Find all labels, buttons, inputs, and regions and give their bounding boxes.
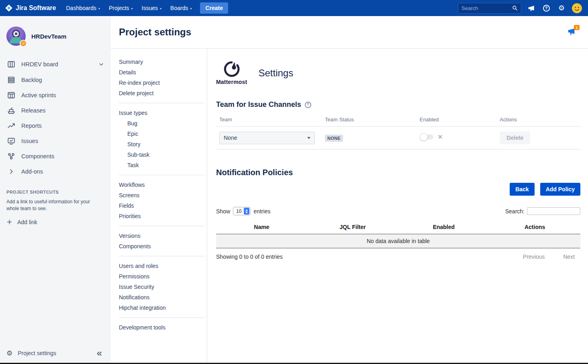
feedback-megaphone-icon[interactable] <box>525 2 537 14</box>
settings-nav-permissions[interactable]: Permissions <box>111 271 207 282</box>
settings-nav-subtask[interactable]: Sub-task <box>111 149 207 160</box>
project-avatar[interactable]: ‹› <box>6 27 26 46</box>
shortcuts-hint: Add a link to useful information for you… <box>6 198 99 213</box>
col-team-status: Team Status <box>322 113 416 127</box>
project-settings-link[interactable]: Project settings <box>18 350 91 356</box>
settings-nav-issue-types[interactable]: Issue types <box>111 108 207 118</box>
policies-table: Name JQL Filter Enabled Actions No data … <box>216 220 580 248</box>
help-icon[interactable]: ? <box>305 102 311 108</box>
nav-boards[interactable]: Boards▾ <box>166 0 196 16</box>
sidebar-item-active-sprints[interactable]: Active sprints <box>0 88 111 103</box>
plus-icon <box>6 219 12 225</box>
settings-gear-icon[interactable]: ⚙ <box>556 2 567 14</box>
settings-nav-epic[interactable]: Epic <box>111 129 207 139</box>
col-name: Name <box>216 220 307 234</box>
project-settings-gear-icon: ⚙ <box>6 350 12 357</box>
avatar-badge-icon: ‹› <box>20 40 27 47</box>
page-size-select[interactable]: 10 <box>233 207 251 215</box>
nav-issues[interactable]: Issues▾ <box>137 0 166 16</box>
settings-nav-priorities[interactable]: Priorities <box>111 211 207 221</box>
settings-nav-workflows[interactable]: Workflows <box>111 180 207 190</box>
nav-projects[interactable]: Projects▾ <box>104 0 137 16</box>
team-channels-table: Team Team Status Enabled Actions None <box>216 113 580 149</box>
chart-icon <box>6 121 16 131</box>
sidebar-item-backlog[interactable]: Backlog <box>0 72 111 88</box>
project-shortcuts: PROJECT SHORTCUTS Add a link to useful i… <box>0 179 111 225</box>
top-navigation: Jira Software Dashboards▾ Projects▾ Issu… <box>0 0 588 16</box>
mattermost-logo-icon <box>223 61 240 78</box>
team-channels-heading: Team for Issue Channels <box>216 100 301 109</box>
ship-icon <box>6 106 16 115</box>
help-icon[interactable]: ? <box>541 2 552 14</box>
col-team: Team <box>216 113 322 127</box>
settings-nav-fields[interactable]: Fields <box>111 200 207 211</box>
mattermost-wordmark: Mattermost <box>216 79 247 85</box>
team-select-dropdown[interactable]: None <box>219 132 315 144</box>
empty-message: No data available in table <box>216 234 580 248</box>
settings-nav-details[interactable]: Details <box>111 67 207 78</box>
issues-icon <box>6 136 16 146</box>
next-page-button[interactable]: Next <box>563 254 575 260</box>
add-link-button[interactable]: Add link <box>6 219 104 225</box>
settings-nav-versions[interactable]: Versions <box>111 231 207 241</box>
create-button[interactable]: Create <box>200 2 228 14</box>
search-icon[interactable] <box>512 5 518 11</box>
col-actions: Actions <box>496 113 580 127</box>
user-avatar[interactable] <box>571 2 582 14</box>
settings-nav-components[interactable]: Components <box>111 241 207 252</box>
policies-search-input[interactable] <box>527 207 580 215</box>
show-label: Show <box>216 208 230 215</box>
settings-nav-bug[interactable]: Bug <box>111 118 207 129</box>
search-label: Search: <box>505 208 525 215</box>
brand-label: Jira Software <box>16 4 56 12</box>
settings-nav-hipchat[interactable]: Hipchat integration <box>111 303 207 313</box>
sidebar-footer: ⚙ Project settings « <box>0 342 111 364</box>
delete-button[interactable]: Delete <box>500 131 530 144</box>
notification-policies-heading: Notification Policies <box>216 168 580 177</box>
settings-nav-issue-security[interactable]: Issue Security <box>111 282 207 292</box>
plugin-settings-panel: Mattermost Settings Team for Issue Chann… <box>207 49 588 364</box>
sprints-icon <box>6 90 16 100</box>
chevron-down-icon: ▾ <box>190 7 192 10</box>
notification-badge: 1 <box>574 25 580 30</box>
divider <box>119 175 205 175</box>
col-enabled: Enabled <box>416 113 497 127</box>
settings-nav-task[interactable]: Task <box>111 160 207 170</box>
add-policy-button[interactable]: Add Policy <box>540 183 580 196</box>
entries-label: entries <box>253 208 270 215</box>
enabled-toggle[interactable] <box>420 133 434 141</box>
previous-page-button[interactable]: Previous <box>523 254 545 260</box>
datatable-footer: Showing 0 to 0 of 0 entries Previous Nex… <box>216 254 580 260</box>
divider <box>119 317 205 318</box>
sidebar-item-issues[interactable]: Issues <box>0 133 111 149</box>
stepper-icon <box>244 208 249 215</box>
settings-nav-dev-tools[interactable]: Development tools <box>111 322 207 333</box>
chevron-down-icon: ▾ <box>131 7 133 10</box>
sidebar-item-reports[interactable]: Reports <box>0 118 111 133</box>
back-button[interactable]: Back <box>510 183 534 196</box>
settings-nav-screens[interactable]: Screens <box>111 190 207 200</box>
settings-nav-users-roles[interactable]: Users and roles <box>111 261 207 271</box>
col-actions: Actions <box>489 220 580 234</box>
team-status-badge: NONE <box>325 135 343 142</box>
collapse-sidebar-icon[interactable]: « <box>97 348 104 358</box>
sidebar-item-releases[interactable]: Releases <box>0 103 111 118</box>
page-title: Project settings <box>119 27 191 38</box>
announcements-icon[interactable]: 1 <box>567 27 578 37</box>
jira-diamond-icon <box>5 4 13 12</box>
global-search[interactable] <box>458 3 521 14</box>
sidebar-item-add-ons[interactable]: Add-ons <box>0 164 111 179</box>
search-input[interactable] <box>461 5 512 11</box>
project-name: HRDevTeam <box>31 33 66 40</box>
settings-nav-summary[interactable]: Summary <box>111 57 207 67</box>
settings-nav-reindex[interactable]: Re-index project <box>111 78 207 88</box>
nav-dashboards[interactable]: Dashboards▾ <box>61 0 104 16</box>
chevron-down-icon <box>98 61 104 67</box>
settings-nav-delete[interactable]: Delete project <box>111 88 207 98</box>
sidebar-item-components[interactable]: Components <box>0 149 111 164</box>
divider <box>119 103 205 103</box>
settings-nav-notifications[interactable]: Notifications <box>111 292 207 303</box>
settings-nav-story[interactable]: Story <box>111 139 207 149</box>
board-selector[interactable]: HRDEV board <box>0 56 111 72</box>
jira-logo[interactable]: Jira Software <box>5 4 56 12</box>
